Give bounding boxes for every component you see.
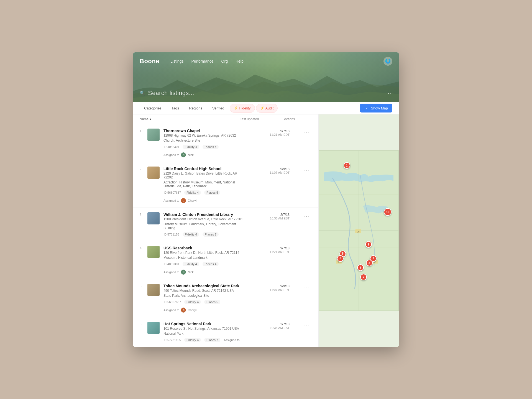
table-row: 5 Toltec Mounds Archaeological State Par… [133,279,318,317]
nav-link-help[interactable]: Help [236,59,244,63]
tab-audit[interactable]: ⚡ Audit [256,104,278,113]
listing-meta: ID 56807637 Fidelity 4 Places 5 Assigned… [163,190,245,203]
tab-regions[interactable]: Regions [185,102,207,114]
listing-name[interactable]: Thorncrown Chapel [163,129,245,133]
listing-info: Hot Springs National Park 101 Reserve St… [163,322,245,342]
map-markers-container: 1 2 3 5 6 7 8 9 10 [319,114,399,347]
assigned-label: Assigned to [163,270,179,274]
search-bar: 🔍 Search listings... ··· [140,89,392,97]
tab-fidelity[interactable]: ⚡ Fidelity [230,104,255,113]
listing-id: ID 5731155 [163,233,179,236]
more-actions-button[interactable]: ··· [302,129,312,136]
more-actions-button[interactable]: ··· [302,322,312,329]
listing-left: 5 Toltec Mounds Archaeological State Par… [140,284,245,313]
map-marker-7[interactable]: 7 [360,274,367,280]
fidelity-badge: Fidelity 4 [184,190,201,195]
fidelity-badge: Fidelity 4 [184,338,201,342]
listing-name[interactable]: William J. Clinton Presidential Library [163,212,245,217]
nav-links: Listings Performance Org Help [170,59,383,63]
listings-panel: Name ▾ Last updated Actions 1 Thorncrown… [133,114,319,347]
listing-thumbnail [147,322,160,334]
map-marker-6[interactable]: 6 [357,264,364,271]
table-row: 2 Little Rock Central High School 2120 D… [133,162,318,208]
show-map-label: Show Map [371,106,388,110]
audit-icon: ⚡ [260,106,264,110]
search-icon: 🔍 [140,90,145,96]
assigned-to: Assigned to C Cheryl [163,308,196,313]
header-hero: Boone Listings Performance Org Help 🌐 🔍 … [133,52,399,102]
show-map-button[interactable]: ✓ Show Map [360,104,392,112]
listing-thumbnail [147,284,160,296]
listing-meta: ID 57731155 Fidelity 4 Places 7 Assigned… [163,338,245,342]
actions-col: ··· [290,212,312,220]
listing-left: 3 William J. Clinton Presidential Librar… [140,212,245,237]
table-header: Name ▾ Last updated Actions [133,114,318,124]
last-updated: 2/7/18 10:35 AM EST [245,212,290,220]
listing-meta: ID 4082301 Fidelity 4 Places 4 Assigned … [163,145,245,157]
listing-meta: ID 5731155 Fidelity 4 Places 7 [163,232,245,237]
last-updated: 9/9/18 11:07 AM EDT [245,284,290,291]
listing-categories: History Museum, Landmark, Library, Gover… [163,222,245,230]
map-marker-3[interactable]: 3 [366,260,373,266]
assignee-avatar: N [181,152,186,157]
tab-categories[interactable]: Categories [140,102,166,114]
fidelity-badge: Fidelity 4 [183,145,199,149]
table-row: 3 William J. Clinton Presidential Librar… [133,208,318,241]
update-date: 2/7/18 [245,322,290,326]
map-marker-1[interactable]: 1 [344,162,350,169]
actions-col: ··· [290,167,312,174]
listing-thumbnail [147,212,160,224]
assigned-to: Assigned to N Nick [163,152,194,157]
last-updated: 9/7/18 11:21 AM EDT [245,246,290,254]
places-badge: Places 7 [204,338,220,342]
actions-col: ··· [290,284,312,291]
listing-id: ID 4082301 [163,145,179,149]
col-name-header[interactable]: Name ▾ [140,117,240,121]
listing-name[interactable]: Hot Springs National Park [163,322,245,326]
table-row: 6 Hot Springs National Park 101 Reserve … [133,317,318,347]
search-input-wrapper[interactable]: 🔍 Search listings... [140,89,194,97]
table-row: 1 Thorncrown Chapel 12968 Highway 62 W, … [133,124,318,162]
fidelity-icon: ⚡ [234,106,238,110]
search-more-options[interactable]: ··· [385,90,392,96]
listing-info: Thorncrown Chapel 12968 Highway 62 W, Eu… [163,129,245,157]
listing-address: 1200 President Clinton Avenue, Little Ro… [163,217,245,221]
listing-address: 120 Riverfront Park Dr, North Little Roc… [163,251,245,255]
listing-categories: Attraction, History Museum, Monument, Na… [163,180,245,188]
more-actions-button[interactable]: ··· [302,167,312,174]
nav-avatar[interactable]: 🌐 [383,57,392,66]
places-badge: Places 7 [203,232,219,237]
listing-name[interactable]: Toltec Mounds Archaeological State Park [163,284,245,288]
assigned-label: Assigned to [163,153,179,157]
nav-link-org[interactable]: Org [221,59,228,63]
listing-id: ID 57731155 [163,338,181,342]
app-window: Boone Listings Performance Org Help 🌐 🔍 … [133,52,399,347]
row-number: 5 [140,284,144,288]
assignee-avatar: C [181,198,186,203]
more-actions-button[interactable]: ··· [302,284,312,291]
tab-tags[interactable]: Tags [167,102,183,114]
actions-col: ··· [290,246,312,254]
more-actions-button[interactable]: ··· [302,213,312,220]
listing-categories: Museum, Historical Landmark [163,256,245,260]
nav-link-performance[interactable]: Performance [191,59,213,63]
places-badge: Places 4 [203,262,219,266]
listing-categories: Church, Architecture Site [163,139,245,142]
map-marker-8[interactable]: 8 [337,255,344,262]
listing-meta: ID 4082301 Fidelity 4 Places 4 Assigned … [163,262,245,275]
more-actions-button[interactable]: ··· [302,246,312,254]
nav-link-listings[interactable]: Listings [170,59,183,63]
last-updated: 9/9/18 11:07 AM EDT [245,167,290,174]
map-marker-9[interactable]: 9 [365,241,372,248]
listing-name[interactable]: Little Rock Central High School [163,167,245,171]
update-date: 9/9/18 [245,167,290,171]
actions-col: ··· [290,322,312,329]
fidelity-label: Fidelity [239,106,250,110]
tab-verified[interactable]: Verified [208,102,229,114]
listing-name[interactable]: USS Razorback [163,246,245,250]
map-marker-10[interactable]: 10 [384,208,392,216]
update-date: 9/7/18 [245,246,290,250]
listing-id: ID 56807637 [163,300,181,304]
update-time: 11:07 AM EDT [245,171,290,174]
listing-address: 101 Reserve St, Hot Springs, Arkansas 71… [163,327,245,331]
